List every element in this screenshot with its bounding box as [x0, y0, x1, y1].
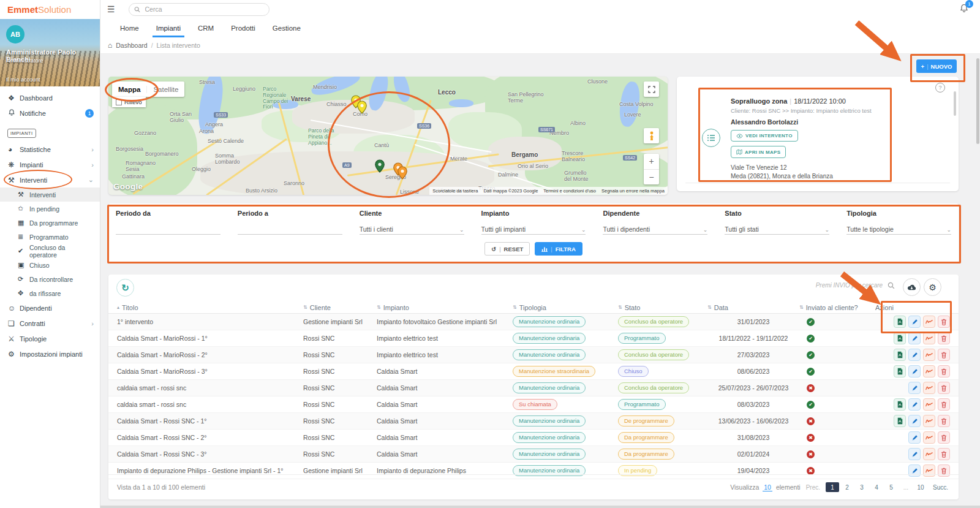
column-header-azioni[interactable]: Azioni — [875, 304, 950, 311]
sidebar-item-contratti[interactable]: ❏Contratti› — [0, 316, 100, 331]
filter-select[interactable]: Tutte le tipologie⌄ — [846, 222, 951, 235]
pdf-button[interactable] — [894, 316, 906, 328]
pdf-button[interactable] — [894, 332, 906, 344]
edit-button[interactable] — [908, 448, 921, 460]
sidebar-item-notifiche[interactable]: Notifiche1 — [0, 105, 100, 121]
column-header-impianto[interactable]: ⇅Impianto — [377, 304, 513, 311]
signature-button[interactable] — [923, 431, 935, 444]
global-search[interactable] — [129, 3, 270, 16]
edit-button[interactable] — [908, 332, 921, 344]
notifications-button[interactable]: 1 — [959, 3, 969, 16]
open-in-maps-button[interactable]: APRI IN MAPS — [731, 146, 786, 158]
new-intervention-button[interactable]: +|NUOVO — [916, 59, 957, 73]
sidebar-item-interventi[interactable]: ⚒Interventi⌄ — [0, 172, 100, 188]
delete-button[interactable] — [938, 448, 950, 460]
table-search[interactable] — [797, 281, 895, 290]
hamburger-icon[interactable]: ☰ — [107, 4, 115, 14]
page-button-1[interactable]: 1 — [826, 482, 839, 492]
map-marker[interactable] — [375, 159, 385, 175]
fullscreen-button[interactable] — [644, 82, 659, 97]
refresh-button[interactable]: ↻ — [116, 279, 134, 297]
filter-input[interactable] — [116, 222, 221, 235]
pdf-button[interactable] — [894, 349, 906, 361]
table-row[interactable]: Caldaia Smart - Rossi SNC - 1°Rossi SNCC… — [108, 413, 959, 430]
sidebar-item-impianti[interactable]: ❋Impianti› — [0, 157, 100, 172]
home-icon[interactable]: ⌂ — [108, 41, 112, 50]
sidebar-item-chiuso[interactable]: ▣Chiuso — [0, 258, 100, 272]
zoom-in-button[interactable]: + — [644, 154, 659, 170]
edit-button[interactable] — [908, 382, 921, 394]
delete-button[interactable] — [938, 382, 950, 394]
table-row[interactable]: Caldaia Smart - MarioRossi - 2°Rossi SNC… — [108, 347, 959, 363]
delete-button[interactable] — [938, 431, 950, 444]
filter-select[interactable]: Tutti i clienti⌄ — [360, 222, 464, 235]
signature-button[interactable] — [923, 398, 935, 411]
map-attribution-item[interactable]: Scorciatoie da tastiera — [432, 188, 478, 194]
column-header-stato[interactable]: ⇅Stato — [618, 304, 707, 311]
card-scrollbar[interactable] — [954, 91, 956, 116]
signature-button[interactable] — [923, 382, 935, 394]
terrain-checkbox[interactable]: Rilievo — [112, 97, 146, 107]
tab-impianti[interactable]: Impianti — [148, 18, 189, 37]
filter-button[interactable]: |FILTRA — [535, 242, 582, 256]
filter-select[interactable]: Tutti gli stati⌄ — [725, 222, 829, 235]
sidebar-item-impostazioni-impianti[interactable]: ⚙Impostazioni impianti — [0, 346, 100, 362]
sidebar-item-concluso-da-operatore[interactable]: ✔Concluso da operatore — [0, 244, 100, 258]
column-header-data[interactable]: ⇅Data — [707, 304, 799, 311]
table-row[interactable]: 1° interventoGestione impianti SrlImpian… — [108, 314, 959, 330]
my-account-link[interactable]: Il mio account — [6, 77, 40, 83]
prev-page-button[interactable]: Prec. — [804, 482, 822, 492]
column-header-inviato-al-cliente[interactable]: ⇅Inviato al cliente? — [799, 304, 875, 311]
pdf-button[interactable] — [894, 415, 906, 427]
sidebar-item-da-programmare[interactable]: ▦Da programmare — [0, 216, 100, 230]
signature-button[interactable] — [923, 415, 935, 427]
table-row[interactable]: Caldaia Smart - Rossi SNC - 2°Rossi SNCC… — [108, 430, 959, 446]
column-header-titolo[interactable]: ▴Titolo — [117, 304, 303, 311]
signature-button[interactable] — [923, 332, 935, 344]
signature-button[interactable] — [923, 349, 935, 361]
table-row[interactable]: Caldaia Smart - MarioRossi - 3°Rossi SNC… — [108, 363, 959, 380]
column-header-cliente[interactable]: ⇅Cliente — [303, 304, 377, 311]
page-button-4[interactable]: 4 — [870, 482, 883, 492]
edit-button[interactable] — [908, 365, 921, 377]
next-page-button[interactable]: Succ. — [931, 482, 950, 492]
sidebar-item-da-ricontrollare[interactable]: ⟳Da ricontrollare — [0, 272, 100, 286]
zoom-out-button[interactable]: − — [644, 170, 659, 185]
pdf-button[interactable] — [894, 398, 906, 411]
map-type-satellite-button[interactable]: Satellite — [146, 86, 184, 93]
edit-button[interactable] — [908, 349, 921, 361]
delete-button[interactable] — [938, 349, 950, 361]
view-intervention-button[interactable]: VEDI INTERVENTO — [731, 130, 798, 142]
breadcrumb-dashboard[interactable]: Dashboard — [116, 42, 147, 49]
edit-button[interactable] — [908, 431, 921, 444]
column-header-tipologia[interactable]: ⇅Tipologia — [513, 304, 618, 311]
sidebar-item-da-rifissare[interactable]: ✥da rifissare — [0, 286, 100, 300]
edit-button[interactable] — [908, 316, 921, 328]
tab-prodotti[interactable]: Prodotti — [222, 18, 264, 37]
pdf-button[interactable] — [894, 365, 906, 377]
page-size-select[interactable]: 10 — [763, 483, 772, 491]
filter-select[interactable]: Tutti i dipendenti⌄ — [603, 222, 707, 235]
page-button-2[interactable]: 2 — [840, 482, 854, 492]
page-scrollbar[interactable] — [976, 58, 979, 144]
delete-button[interactable] — [938, 332, 950, 344]
table-search-input[interactable] — [797, 281, 884, 290]
delete-button[interactable] — [938, 365, 950, 377]
help-icon[interactable]: ? — [935, 83, 945, 93]
filter-input[interactable] — [238, 222, 342, 235]
map-attribution-item[interactable]: Dati mappa ©2023 Google — [483, 188, 538, 194]
tab-crm[interactable]: CRM — [189, 18, 222, 37]
sidebar-item-dipendenti[interactable]: ☺Dipendenti — [0, 300, 100, 316]
tab-home[interactable]: Home — [111, 18, 148, 37]
sidebar-item-programmato[interactable]: ≣Programmato — [0, 230, 100, 244]
signature-button[interactable] — [923, 448, 935, 460]
map-marker[interactable] — [398, 166, 407, 182]
sidebar-item-dashboard[interactable]: ❖Dashboard — [0, 90, 100, 105]
map-attribution-item[interactable]: Segnala un errore nella mappa — [601, 188, 665, 194]
sidebar-item-interventi[interactable]: ⚒Interventi — [0, 188, 100, 202]
table-settings-button[interactable]: ⚙ — [924, 278, 941, 296]
delete-button[interactable] — [938, 316, 950, 328]
pegman-control[interactable] — [644, 128, 659, 143]
sidebar-item-statistiche[interactable]: ◕Statistiche› — [0, 142, 100, 157]
map-attribution-item[interactable]: Termini e condizioni d'uso — [543, 188, 596, 194]
